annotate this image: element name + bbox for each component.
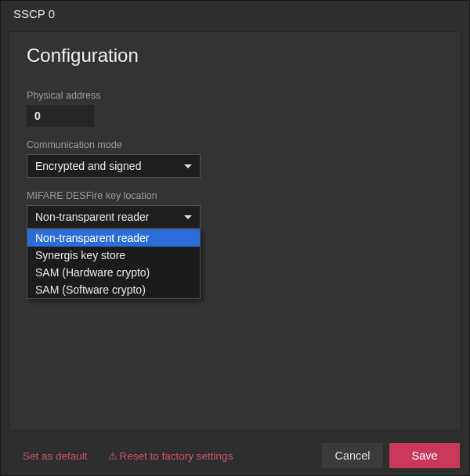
panel-heading: Configuration	[9, 32, 461, 81]
footer-bar: Set as default ⚠ Reset to factory settin…	[1, 436, 469, 475]
physical-address-group: Physical address	[27, 90, 443, 127]
key-location-option[interactable]: Non-transparent reader	[27, 229, 200, 247]
communication-mode-group: Communication mode Encrypted and signed	[27, 139, 443, 178]
key-location-label: MIFARE DESFire key location	[27, 190, 443, 201]
save-button[interactable]: Save	[389, 443, 460, 468]
communication-mode-selected: Encrypted and signed	[35, 160, 141, 172]
reset-factory-label: Reset to factory settings	[120, 450, 233, 462]
set-default-link[interactable]: Set as default	[23, 447, 88, 465]
communication-mode-label: Communication mode	[27, 139, 443, 150]
chevron-down-icon	[184, 164, 192, 168]
physical-address-label: Physical address	[27, 90, 443, 101]
warning-icon: ⚠	[108, 451, 118, 461]
key-location-select[interactable]: Non-transparent reader	[27, 205, 201, 229]
chevron-down-icon	[184, 215, 192, 219]
reset-factory-link[interactable]: ⚠ Reset to factory settings	[108, 447, 233, 465]
cancel-button[interactable]: Cancel	[322, 443, 383, 468]
key-location-option[interactable]: SAM (Software crypto)	[27, 281, 200, 298]
physical-address-input[interactable]	[27, 105, 94, 127]
key-location-dropdown-wrapper: Non-transparent reader Non-transparent r…	[27, 205, 443, 229]
config-panel: Configuration Physical address Communica…	[9, 31, 461, 431]
key-location-group: MIFARE DESFire key location Non-transpar…	[27, 190, 443, 229]
set-default-label: Set as default	[23, 450, 88, 462]
key-location-option[interactable]: Synergis key store	[27, 247, 200, 264]
key-location-dropdown-list: Non-transparent reader Synergis key stor…	[27, 229, 201, 299]
config-window: SSCP 0 Configuration Physical address Co…	[0, 0, 470, 476]
window-title: SSCP 0	[1, 1, 469, 28]
window-title-text: SSCP 0	[13, 7, 55, 20]
form-body: Physical address Communication mode Encr…	[9, 81, 461, 251]
key-location-selected: Non-transparent reader	[35, 211, 150, 223]
key-location-option[interactable]: SAM (Hardware crypto)	[27, 264, 200, 281]
communication-mode-select[interactable]: Encrypted and signed	[27, 154, 201, 178]
